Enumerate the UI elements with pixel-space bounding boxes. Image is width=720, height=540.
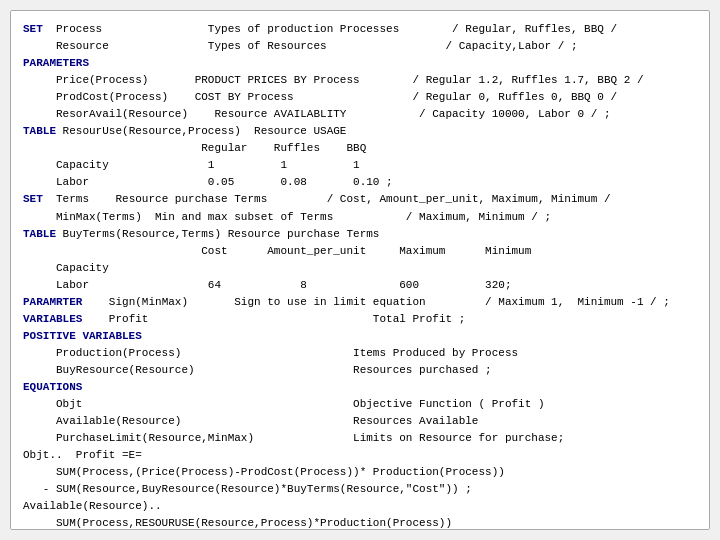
code-line: SUM(Process,(Price(Process)-ProdCost(Pro… <box>23 466 505 478</box>
code-line: PARAMRTER Sign(MinMax) Sign to use in li… <box>23 296 670 308</box>
code-line: TABLE ResourUse(Resource,Process) Resour… <box>23 125 346 137</box>
code-line: Price(Process) PRODUCT PRICES BY Process… <box>23 74 644 86</box>
code-line: Objt Objective Function ( Profit ) <box>23 398 545 410</box>
code-line: Capacity 1 1 1 <box>23 159 360 171</box>
code-line: Labor 64 8 600 320; <box>23 279 511 291</box>
code-line: EQUATIONS <box>23 381 82 393</box>
code-line: Production(Process) Items Produced by Pr… <box>23 347 518 359</box>
code-line: VARIABLES Profit Total Profit ; <box>23 313 465 325</box>
code-line: MinMax(Terms) Min and max subset of Term… <box>23 211 551 223</box>
code-line: TABLE BuyTerms(Resource,Terms) Resource … <box>23 228 379 240</box>
code-line: Regular Ruffles BBQ <box>23 142 366 154</box>
code-line: Objt.. Profit =E= <box>23 449 142 461</box>
code-line: POSITIVE VARIABLES <box>23 330 142 342</box>
code-line: BuyResource(Resource) Resources purchase… <box>23 364 492 376</box>
code-line: Available(Resource) Resources Available <box>23 415 478 427</box>
code-line: Cost Amount_per_unit Maximum Minimum <box>23 245 531 257</box>
code-line: ResorAvail(Resource) Resource AVAILABLIT… <box>23 108 611 120</box>
code-line: ProdCost(Process) COST BY Process / Regu… <box>23 91 617 103</box>
code-line: Labor 0.05 0.08 0.10 ; <box>23 176 393 188</box>
code-line: SUM(Process,RESOURUSE(Resource,Process)*… <box>23 517 452 529</box>
code-line: Available(Resource).. <box>23 500 162 512</box>
code-line: PurchaseLimit(Resource,MinMax) Limits on… <box>23 432 564 444</box>
code-line: SET Terms Resource purchase Terms / Cost… <box>23 193 611 205</box>
code-line: PARAMETERS <box>23 57 89 69</box>
code-line: SET Process Types of production Processe… <box>23 23 617 35</box>
code-line: - SUM(Resource,BuyResource(Resource)*Buy… <box>23 483 472 495</box>
code-line: Capacity <box>23 262 109 274</box>
code-editor[interactable]: SET Process Types of production Processe… <box>10 10 710 530</box>
code-line: Resource Types of Resources / Capacity,L… <box>23 40 578 52</box>
